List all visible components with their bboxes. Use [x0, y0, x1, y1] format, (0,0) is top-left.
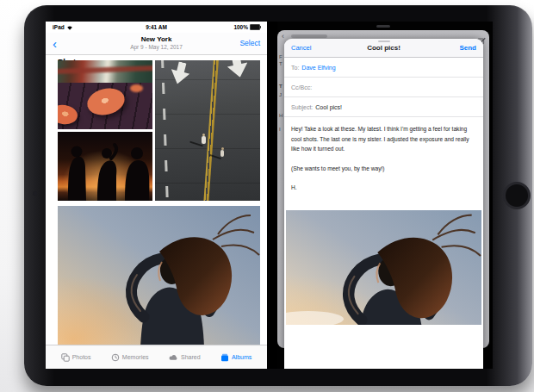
tab-label: Shared	[181, 354, 201, 360]
front-camera	[33, 191, 37, 196]
pedestrian-figure	[202, 136, 206, 144]
memories-tab-icon	[111, 353, 120, 362]
body-paragraph: (She wants to meet you, by the way!)	[291, 164, 476, 174]
body-signature: H.	[291, 183, 476, 193]
blurred-toolbar-content	[291, 34, 327, 38]
album-title: New York	[46, 35, 267, 43]
recipient-token[interactable]: Dave Elfving	[301, 65, 335, 71]
photos-app-pane: iPad 9:41 AM 100% ‹ New York	[46, 22, 267, 369]
message-body[interactable]: Hey! Take a look at these. My latest. I …	[284, 117, 483, 200]
album-date-range: Apr 9 - May 12, 2017	[46, 44, 267, 50]
cc-bcc-field[interactable]: Cc/Bcc:	[284, 78, 483, 97]
subject-label: Subject:	[291, 104, 313, 110]
obscured-mail-text: J	[279, 92, 282, 97]
pedestrian-figure	[220, 150, 224, 157]
tab-albums[interactable]: Albums	[220, 353, 251, 362]
tab-label: Albums	[232, 354, 251, 360]
battery-icon	[250, 24, 260, 30]
grapefruit-half-far	[130, 84, 143, 92]
window-drag-handle[interactable]	[376, 25, 390, 28]
send-button[interactable]: Send	[459, 44, 476, 52]
obscured-mail-text: H	[279, 113, 283, 118]
mail-app-pane: ‹ F T T J H I	[277, 22, 493, 369]
sunset-silhouettes-illustration	[58, 132, 152, 201]
tab-memories[interactable]: Memories	[111, 353, 149, 362]
tab-label: Photos	[72, 354, 91, 360]
to-field[interactable]: To: Dave Elfving	[284, 58, 483, 78]
clock-label: 9:41 AM	[46, 24, 267, 30]
tab-label: Memories	[122, 354, 149, 360]
photo-thumb-grapefruit[interactable]	[58, 60, 152, 129]
obscured-mail-text: I	[279, 127, 281, 132]
subject-field[interactable]: Subject: Cool pics!	[284, 97, 483, 117]
shared-tab-icon	[169, 353, 178, 361]
obscured-mail-text: T	[279, 61, 283, 66]
photos-tab-bar: Photos Memories Shared	[46, 345, 267, 369]
attached-photo-woman-at-dusk[interactable]	[286, 210, 481, 325]
home-button[interactable]	[503, 182, 531, 209]
tab-photos[interactable]: Photos	[61, 353, 91, 362]
compose-header: Cool pics! Cancel Send	[284, 39, 483, 58]
to-label: To:	[291, 65, 299, 71]
cancel-button[interactable]: Cancel	[291, 44, 311, 52]
obscured-mail-text: F	[279, 54, 283, 59]
compose-title: Cool pics!	[284, 44, 483, 52]
back-chevron-icon[interactable]: ‹	[282, 32, 284, 40]
obscured-mail-text: T	[279, 84, 283, 89]
screenshot-stage: iPad 9:41 AM 100% ‹ New York	[0, 0, 534, 392]
sheet-grabber-handle[interactable]	[378, 40, 390, 42]
woman-at-dusk-illustration	[286, 210, 481, 325]
ipad-device-frame: iPad 9:41 AM 100% ‹ New York	[24, 5, 532, 386]
select-button[interactable]: Select	[239, 39, 260, 47]
albums-tab-icon	[220, 353, 229, 362]
tab-shared[interactable]: Shared	[169, 353, 201, 361]
photo-thumb-aerial-road[interactable]	[155, 60, 260, 201]
cc-bcc-label: Cc/Bcc:	[291, 84, 312, 90]
body-paragraph: Hey! Take a look at these. My latest. I …	[291, 124, 476, 154]
navbar-titles: New York Apr 9 - May 12, 2017	[46, 35, 267, 50]
photos-navbar: ‹ New York Apr 9 - May 12, 2017 Select	[46, 33, 267, 55]
ipad-screen: iPad 9:41 AM 100% ‹ New York	[46, 22, 493, 369]
photos-tab-icon	[61, 353, 70, 362]
photo-thumb-sunset-silhouettes[interactable]	[58, 132, 152, 201]
photo-thumb-woman-at-dusk[interactable]	[58, 206, 260, 346]
mail-compose-sheet: Cool pics! Cancel Send To: Dave Elfving …	[284, 39, 483, 369]
status-bar: iPad 9:41 AM 100%	[46, 22, 267, 33]
woman-at-dusk-illustration	[58, 206, 260, 346]
subject-value: Cool pics!	[315, 104, 342, 110]
